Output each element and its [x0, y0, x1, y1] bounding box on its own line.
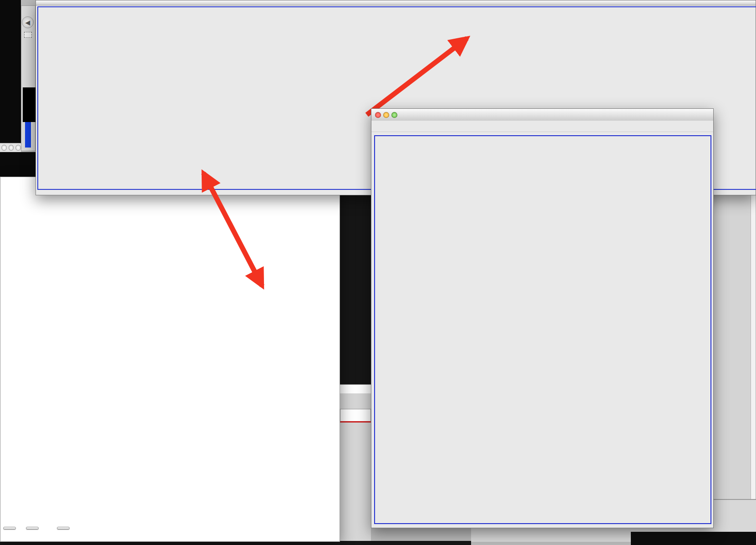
save-button[interactable]	[26, 527, 39, 530]
light-curve-plot[interactable]	[0, 177, 340, 541]
background-scrollbar[interactable]	[751, 182, 756, 501]
desktop-starfield-lower	[0, 152, 36, 178]
close-icon[interactable]	[375, 112, 381, 118]
image-window-sliver	[340, 178, 371, 384]
dialog-outer-border	[374, 135, 711, 524]
plot-window	[0, 177, 340, 542]
measurements-table-sliver	[340, 384, 371, 393]
fit-settings-dialog	[371, 108, 714, 528]
selection-tool-icon[interactable]	[24, 32, 32, 38]
zoom-icon[interactable]	[391, 112, 397, 118]
minimize-icon[interactable]	[383, 112, 389, 118]
sky-strip	[25, 122, 31, 148]
desktop: ◀	[0, 0, 756, 545]
counter-field	[340, 409, 371, 423]
copy-button[interactable]	[57, 527, 70, 530]
background-terminal	[23, 87, 36, 122]
dialog-menubar	[371, 121, 713, 132]
table-window-titlebar[interactable]	[36, 0, 756, 5]
dialog-titlebar[interactable]	[371, 109, 713, 121]
list-button[interactable]	[3, 527, 16, 530]
window-corner-buttons	[0, 143, 21, 152]
desktop-image-bottom-right	[631, 532, 756, 545]
back-button[interactable]: ◀	[22, 16, 34, 28]
